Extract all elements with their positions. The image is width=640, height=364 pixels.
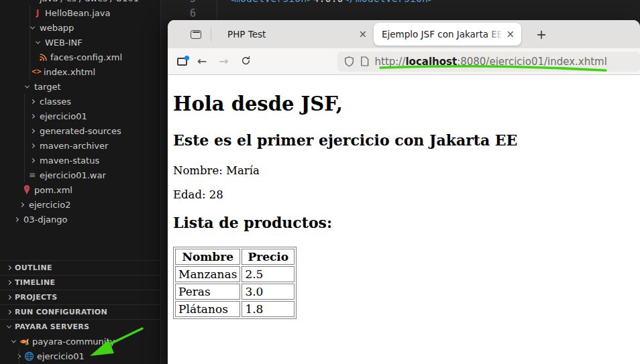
tree-item-label: ejercicio01 [40, 111, 87, 121]
panel-projects[interactable]: PROJECTS [0, 290, 160, 304]
table-row: Peras 3.0 [175, 284, 295, 300]
chevron-right-icon [30, 143, 34, 147]
table-header-row: Nombre Precio [175, 249, 295, 265]
forward-button[interactable]: → [219, 56, 228, 67]
tree-indent-guide [19, 349, 19, 364]
firefox-view-icon[interactable] [191, 30, 201, 39]
tab-php-test[interactable]: PHP Test × [218, 23, 374, 46]
sidebar-panels: OUTLINE TIMELINE PROJECTS RUN CONFIGURAT… [0, 260, 160, 363]
line-number: 5 [161, 0, 196, 5]
code-text: <modelVersion>4.0.0</modelVersion> [228, 0, 434, 5]
table-cell: Peras [175, 284, 240, 300]
tree-item-03-django[interactable]: 03-django [0, 212, 160, 227]
payara-app-ejercicio01[interactable]: ejercicio01 [0, 349, 160, 363]
tree-item-label: classes [40, 97, 71, 107]
tree-item-label: webapp [40, 23, 74, 33]
table-cell: 2.5 [242, 266, 295, 282]
tree-item-label: ejercicio01.war [40, 170, 106, 180]
code-file-icon: <> [32, 68, 42, 75]
jsf-page-content: Hola desde JSF, Este es el primer ejerci… [168, 75, 640, 364]
tree-item-webapp[interactable]: webapp [0, 20, 160, 35]
chevron-down-icon [11, 338, 15, 343]
nombre-text: Nombre: María [173, 165, 635, 177]
close-tab-icon[interactable]: × [503, 28, 517, 40]
column-header: Nombre [175, 249, 240, 265]
column-header: Precio [242, 249, 295, 265]
table-row: Plátanos 1.8 [175, 301, 295, 317]
productos-table: Nombre Precio Manzanas 2.5 Peras 3.0 Plá… [173, 247, 297, 319]
back-button[interactable]: ← [197, 56, 207, 67]
panel-timeline[interactable]: TIMELINE [0, 275, 160, 290]
explorer-sidebar: java / es / dwes / U101 J HelloBean.java… [0, 0, 161, 364]
chevron-right-icon [30, 128, 34, 133]
tree-item-label: java / es / dwes / U101 [40, 0, 139, 3]
chevron-down-icon [30, 24, 34, 29]
tree-item-java-package[interactable]: java / es / dwes / U101 [0, 0, 160, 5]
payara-app-label: ejercicio01 [37, 351, 85, 361]
browser-window: PHP Test × Ejemplo JSF con Jakarta EE 1 … [168, 20, 640, 364]
table-cell: 1.8 [242, 301, 295, 317]
xml-feed-icon [38, 53, 48, 62]
edad-text: Edad: 28 [173, 189, 635, 201]
table-row: Manzanas 2.5 [175, 266, 295, 282]
chevron-down-icon [24, 83, 29, 88]
tree-item-label: WEB-INF [45, 38, 83, 48]
tree-item-label: faces-config.xml [50, 52, 122, 62]
page-subtitle: Este es el primer ejercicio con Jakarta … [173, 133, 635, 148]
tree-item-ejercicio2[interactable]: ejercicio2 [0, 197, 160, 212]
maven-pin-icon [21, 185, 32, 194]
panel-outline[interactable]: OUTLINE [0, 260, 160, 275]
chevron-right-icon [15, 353, 20, 358]
tree-item-index-xhtml[interactable]: <> index.xhtml [0, 64, 160, 79]
url-text: http://localhost:8080/ejercicio01/index.… [375, 56, 607, 68]
browser-toolbar: ← → http://localhost:8080/ejercicio01/in… [168, 48, 640, 75]
globe-icon [23, 351, 35, 361]
chevron-right-icon [6, 310, 11, 314]
chevron-right-icon [30, 158, 34, 162]
chevron-right-icon [19, 202, 23, 206]
tree-item-label: 03-django [23, 215, 68, 225]
url-bar[interactable]: http://localhost:8080/ejercicio01/index.… [337, 52, 640, 72]
line-number: 6 [161, 7, 196, 19]
tab-ejemplo-jsf[interactable]: Ejemplo JSF con Jakarta EE 1 × [374, 23, 521, 46]
new-tab-button[interactable]: + [531, 25, 552, 43]
tree-item-faces-config-xml[interactable]: faces-config.xml [0, 50, 160, 64]
panel-label: RUN CONFIGURATION [15, 308, 107, 316]
tree-item-web-inf[interactable]: WEB-INF [0, 35, 160, 50]
payara-server-item[interactable]: payara-community [0, 334, 160, 349]
panel-label: PROJECTS [15, 293, 57, 302]
panel-payara-servers[interactable]: PAYARA SERVERS [0, 319, 160, 334]
payara-server-label: payara-community [32, 337, 115, 347]
browser-tab-strip: PHP Test × Ejemplo JSF con Jakarta EE 1 … [168, 20, 640, 48]
close-tab-icon[interactable]: × [356, 28, 370, 40]
payara-fish-icon [19, 337, 30, 346]
chevron-right-icon [30, 99, 34, 103]
tree-item-label: pom.xml [34, 185, 72, 195]
panel-label: TIMELINE [15, 278, 55, 287]
chevron-down-icon [6, 324, 11, 328]
chevron-down-icon [35, 39, 40, 44]
tree-item-target[interactable]: target [0, 79, 160, 94]
tree-item-label: generated-sources [40, 126, 121, 136]
panel-run-configuration[interactable]: RUN CONFIGURATION [0, 304, 160, 319]
shield-icon[interactable] [344, 56, 354, 67]
tree-indent-guide [30, 5, 30, 79]
page-info-icon[interactable] [360, 56, 369, 66]
reload-button[interactable] [241, 56, 251, 68]
chevron-right-icon [30, 113, 34, 118]
tab-title: Ejemplo JSF con Jakarta EE 1 [382, 29, 503, 40]
chevron-right-icon [6, 280, 11, 285]
tree-item-pom-xml[interactable]: pom.xml [0, 182, 160, 197]
editor-line-5: 5 <modelVersion>4.0.0</modelVersion> [161, 0, 640, 6]
tree-item-label: maven-status [40, 156, 99, 166]
tree-item-hellobean-java[interactable]: J HelloBean.java [0, 5, 160, 20]
editor-line-6: 6 [161, 6, 640, 21]
lista-heading: Lista de productos: [173, 215, 635, 231]
window-notification-icon[interactable] [177, 58, 187, 66]
java-file-icon: J [36, 9, 39, 17]
tab-separator [211, 27, 211, 41]
table-cell: Plátanos [175, 301, 240, 317]
tree-item-label: index.xhtml [44, 67, 95, 77]
war-file-icon: ≡ [29, 171, 36, 179]
table-cell: Manzanas [175, 266, 240, 282]
